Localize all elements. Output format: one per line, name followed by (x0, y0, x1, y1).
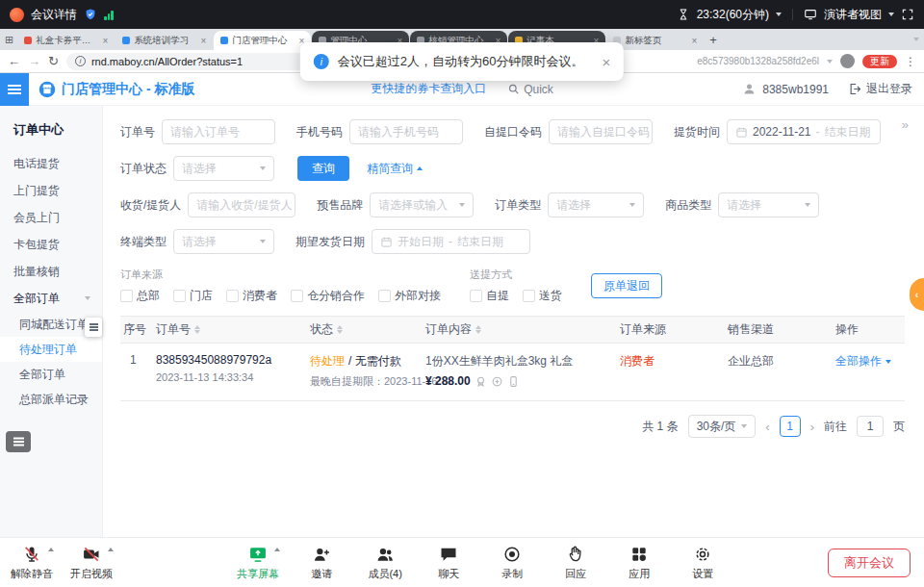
toolbar-item-reaction[interactable]: 回应 (553, 545, 598, 581)
list-icon (13, 441, 24, 443)
checkbox-icon[interactable] (470, 290, 482, 302)
toolbar-item-members[interactable]: 成员(4) (363, 545, 407, 581)
order-status-select[interactable]: 请选择 (173, 156, 274, 181)
browser-update-button[interactable]: 更新 (862, 55, 897, 68)
browser-tab[interactable]: 门店管理中心× (214, 31, 311, 50)
prev-page-icon[interactable]: ‹ (765, 420, 769, 434)
chevron-up-icon[interactable] (48, 548, 54, 551)
toolbar-item-settings[interactable]: 设置 (680, 545, 725, 581)
terminal-type-select[interactable]: 请选择 (173, 229, 274, 254)
view-mode-label[interactable]: 演讲者视图 (824, 7, 882, 23)
toolbar-item-invite[interactable]: 邀请 (299, 545, 344, 581)
toolbar-item-screen-share[interactable]: 共享屏幕 (236, 545, 280, 581)
security-shield-icon[interactable] (84, 8, 97, 21)
order-no-input[interactable]: 请输入订单号 (162, 119, 275, 144)
banner-close-icon[interactable]: × (602, 55, 610, 69)
sort-icon[interactable] (194, 325, 200, 335)
browser-profile-avatar[interactable] (840, 54, 855, 68)
chevron-down-icon[interactable] (827, 60, 833, 64)
toolbar-item-mic-off[interactable]: 解除静音 (10, 545, 54, 581)
checkbox-option[interactable]: 仓分销合作 (291, 288, 365, 304)
app-menu-button[interactable] (0, 73, 29, 106)
tab-close-icon[interactable]: × (200, 36, 206, 46)
chevron-down-icon[interactable] (776, 13, 782, 16)
floating-tasklist-button[interactable] (6, 431, 31, 452)
toolbar-item-camera-off[interactable]: 开启视频 (69, 545, 114, 581)
logout-button[interactable]: 退出登录 (848, 81, 912, 97)
chevron-up-icon[interactable] (274, 548, 280, 551)
pickup-code-input[interactable]: 请输入自提口令码 (549, 119, 653, 144)
checkbox-option[interactable]: 消费者 (226, 288, 277, 304)
coupon-query-link[interactable]: 更快捷的券卡查询入口 (371, 81, 486, 97)
checkbox-icon[interactable] (226, 290, 239, 302)
search-button[interactable]: 查询 (297, 156, 349, 181)
browser-tab[interactable]: 礼盒卡券平台管理中心× (17, 31, 115, 50)
tab-list-chevron-icon[interactable] (913, 38, 919, 41)
table-header-cell[interactable]: 订单号 (153, 321, 307, 338)
current-page[interactable]: 1 (780, 416, 801, 437)
page-size-select[interactable]: 30条/页 (688, 415, 757, 438)
meeting-timer[interactable]: 23:32(60分钟) (697, 7, 769, 23)
sidebar-item[interactable]: 批量核销 (0, 258, 102, 285)
goto-page-input[interactable]: 1 (857, 416, 884, 437)
sort-icon[interactable] (337, 325, 343, 335)
username[interactable]: 8385wb1991 (762, 83, 829, 96)
checkbox-icon[interactable] (120, 290, 133, 302)
checkbox-option[interactable]: 外部对接 (378, 288, 441, 304)
all-actions-dropdown[interactable]: 全部操作 (835, 353, 905, 370)
goods-type-select[interactable]: 请选择 (718, 192, 819, 217)
table-header-cell[interactable]: 订单内容 (423, 321, 617, 338)
phone-input[interactable]: 请输入手机号码 (349, 119, 463, 144)
checkbox-option[interactable]: 门店 (173, 288, 213, 304)
sidebar-item[interactable]: 会员上门 (0, 204, 102, 231)
new-tab-button[interactable]: + (709, 34, 717, 46)
browser-menu-icon[interactable]: ⋮ (905, 55, 916, 68)
sidebar-item[interactable]: 卡包提货 (0, 231, 102, 258)
sidebar-item[interactable]: 总部派单记录 (0, 387, 102, 412)
toolbar-item-chat[interactable]: 聊天 (426, 545, 471, 581)
pickup-date-input[interactable]: 2022-11-21 - 结束日期 (727, 119, 881, 144)
toolbar-item-record[interactable]: 录制 (490, 545, 534, 581)
forward-icon[interactable]: → (28, 55, 40, 67)
brand-label: 预售品牌 (317, 197, 363, 214)
checkbox-option[interactable]: 自提 (470, 288, 509, 304)
browser-tab[interactable]: 系统培训学习× (116, 31, 213, 50)
chevron-down-icon[interactable] (888, 13, 894, 16)
sidebar-item[interactable]: 待处理订单 (0, 337, 102, 362)
checkbox-icon[interactable] (378, 290, 391, 302)
table-header-cell[interactable]: 状态 (307, 321, 423, 338)
site-info-icon[interactable]: i (75, 56, 86, 66)
checkbox-icon[interactable] (523, 290, 535, 302)
sidebar-item[interactable]: 全部订单 (0, 362, 102, 387)
sort-icon[interactable] (475, 325, 481, 335)
checkbox-icon[interactable] (173, 290, 186, 302)
next-page-icon[interactable]: › (810, 420, 814, 434)
meeting-title[interactable]: 会议详情 (31, 7, 77, 23)
toolbar-item-apps[interactable]: 应用 (617, 545, 661, 581)
back-icon[interactable]: ← (8, 55, 20, 67)
sidebar-item[interactable]: 电话提货 (0, 150, 102, 177)
sidebar-collapse-handle[interactable] (85, 318, 102, 337)
tab-grid-icon[interactable]: ⊞ (5, 34, 13, 46)
sidebar-item-label: 总部派单记录 (19, 392, 89, 408)
order-number[interactable]: 83859345088979792a (156, 353, 307, 367)
quick-search[interactable]: Quick (507, 83, 553, 96)
checkbox-option[interactable]: 送货 (523, 288, 562, 304)
leave-meeting-button[interactable]: 离开会议 (828, 549, 911, 577)
sidebar-item[interactable]: 全部订单 (0, 285, 102, 312)
chevron-up-icon[interactable] (108, 548, 114, 551)
fullscreen-icon[interactable] (901, 8, 914, 21)
reload-icon[interactable]: ↻ (48, 55, 59, 67)
brand-select[interactable]: 请选择或输入 (370, 192, 474, 217)
tab-close-icon[interactable]: × (691, 36, 697, 46)
checkbox-option[interactable]: 总部 (120, 288, 160, 304)
original-order-return-button[interactable]: 原单退回 (591, 273, 662, 298)
receiver-input[interactable]: 请输入收货/提货人 (188, 192, 295, 217)
simple-query-link[interactable]: 精简查询 (367, 161, 423, 177)
tab-close-icon[interactable]: × (102, 36, 108, 46)
checkbox-icon[interactable] (291, 290, 303, 302)
expect-date-input[interactable]: 开始日期 - 结束日期 (372, 229, 530, 254)
sidebar-item[interactable]: 上门提货 (0, 177, 102, 204)
order-type-select[interactable]: 请选择 (548, 192, 644, 217)
collapse-panel-icon[interactable]: » (902, 117, 909, 132)
